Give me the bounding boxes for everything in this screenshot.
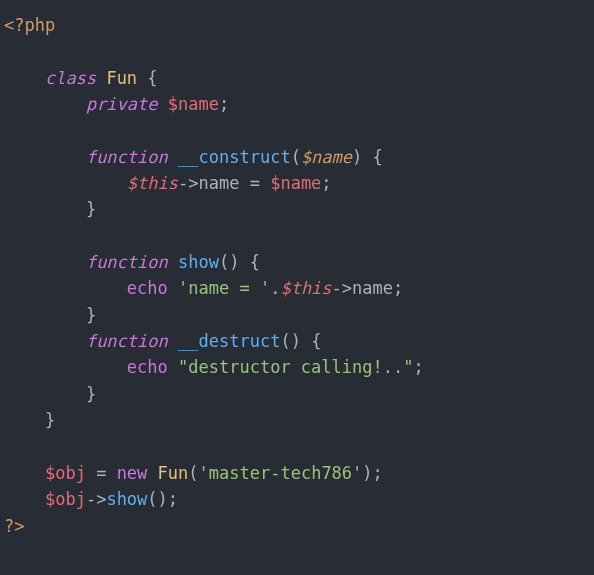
string-name-eq: 'name = '	[178, 278, 270, 298]
arrow-op: ->	[86, 489, 106, 509]
paren: )	[158, 489, 168, 509]
keyword-new: new	[117, 463, 148, 483]
keyword-private: private	[86, 94, 158, 114]
assign-op: =	[239, 173, 270, 193]
paren: (	[219, 252, 229, 272]
paren: )	[362, 463, 372, 483]
class-name: Fun	[158, 463, 189, 483]
arrow-op: ->	[178, 173, 198, 193]
keyword-class: class	[45, 68, 96, 88]
semicolon: ;	[393, 278, 403, 298]
method-show: show	[106, 489, 147, 509]
paren: )	[229, 252, 239, 272]
property: name	[352, 278, 393, 298]
concat-op: .	[270, 278, 280, 298]
string-arg: 'master-tech786'	[199, 463, 363, 483]
assign-op: =	[86, 463, 117, 483]
brace: {	[250, 252, 260, 272]
function-construct: __construct	[178, 147, 291, 167]
php-close-tag: ?>	[4, 516, 24, 536]
function-destruct: __destruct	[178, 331, 280, 351]
php-code-block: <?php class Fun { private $name; functio…	[0, 0, 594, 551]
class-name: Fun	[106, 68, 137, 88]
param-name: $name	[301, 147, 352, 167]
var-obj: $obj	[45, 489, 86, 509]
paren: )	[352, 147, 362, 167]
property-name: $name	[168, 94, 219, 114]
var-this: $this	[280, 278, 331, 298]
paren: (	[280, 331, 290, 351]
keyword-function: function	[86, 147, 168, 167]
paren: (	[291, 147, 301, 167]
php-open-tag: <?php	[4, 15, 55, 35]
paren: (	[188, 463, 198, 483]
brace: }	[86, 199, 96, 219]
keyword-function: function	[86, 331, 168, 351]
semicolon: ;	[168, 489, 178, 509]
string-destructor: "destructor calling!.."	[178, 357, 413, 377]
semicolon: ;	[321, 173, 331, 193]
brace: {	[373, 147, 383, 167]
semicolon: ;	[373, 463, 383, 483]
property: name	[199, 173, 240, 193]
function-show: show	[178, 252, 219, 272]
brace: }	[45, 410, 55, 430]
brace: }	[86, 305, 96, 325]
paren: )	[291, 331, 301, 351]
var-name: $name	[270, 173, 321, 193]
var-this: $this	[127, 173, 178, 193]
var-obj: $obj	[45, 463, 86, 483]
brace: {	[147, 68, 157, 88]
arrow-op: ->	[332, 278, 352, 298]
keyword-echo: echo	[127, 357, 168, 377]
semicolon: ;	[219, 94, 229, 114]
semicolon: ;	[413, 357, 423, 377]
keyword-function: function	[86, 252, 168, 272]
paren: (	[147, 489, 157, 509]
brace: {	[311, 331, 321, 351]
brace: }	[86, 384, 96, 404]
keyword-echo: echo	[127, 278, 168, 298]
